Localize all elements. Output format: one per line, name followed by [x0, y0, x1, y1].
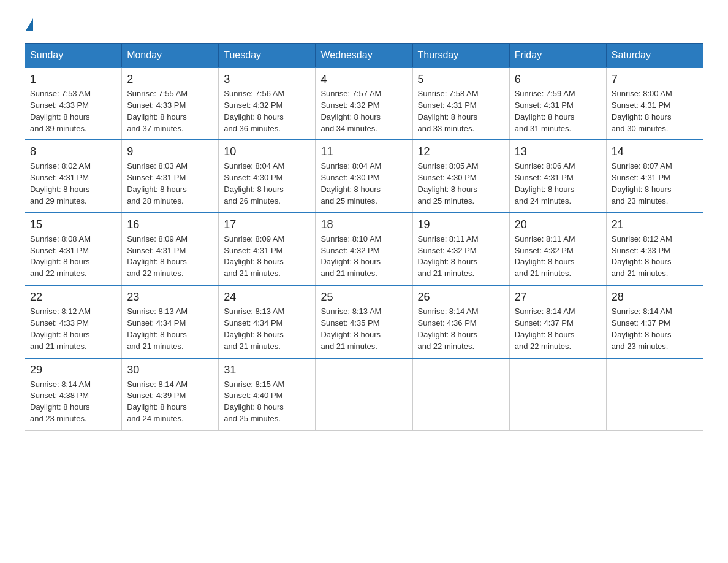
day-info-line: Sunrise: 8:12 AM: [30, 306, 116, 318]
day-number: 1: [30, 73, 116, 86]
day-info-line: Sunset: 4:31 PM: [127, 245, 213, 257]
calendar-cell: 16Sunrise: 8:09 AMSunset: 4:31 PMDayligh…: [122, 213, 219, 285]
days-of-week-row: SundayMondayTuesdayWednesdayThursdayFrid…: [25, 44, 703, 68]
day-number: 26: [418, 291, 504, 304]
day-info-line: and 25 minutes.: [418, 196, 504, 207]
day-info: Sunrise: 8:07 AMSunset: 4:31 PMDaylight:…: [612, 161, 698, 207]
day-header-saturday: Saturday: [606, 44, 703, 68]
day-info-line: Sunrise: 8:09 AM: [224, 234, 310, 245]
calendar-cell: 1Sunrise: 7:53 AMSunset: 4:33 PMDaylight…: [25, 67, 122, 140]
day-number: 15: [30, 218, 116, 231]
day-info: Sunrise: 8:05 AMSunset: 4:30 PMDaylight:…: [418, 161, 504, 207]
day-info-line: Sunset: 4:32 PM: [224, 100, 310, 112]
day-info-line: and 23 minutes.: [30, 413, 116, 425]
day-info-line: Sunset: 4:33 PM: [30, 100, 116, 112]
day-info: Sunrise: 7:59 AMSunset: 4:31 PMDaylight:…: [515, 88, 601, 134]
day-number: 12: [418, 145, 504, 158]
calendar-cell: 21Sunrise: 8:12 AMSunset: 4:33 PMDayligh…: [606, 213, 703, 285]
day-info-line: and 22 minutes.: [30, 268, 116, 280]
day-info-line: Sunset: 4:37 PM: [612, 318, 698, 329]
day-info-line: Daylight: 8 hours: [127, 112, 213, 123]
day-info-line: and 28 minutes.: [127, 196, 213, 207]
calendar-cell: 20Sunrise: 8:11 AMSunset: 4:32 PMDayligh…: [509, 213, 606, 285]
day-info-line: and 21 minutes.: [224, 268, 310, 280]
day-info-line: Sunrise: 7:56 AM: [224, 88, 310, 100]
week-row-4: 22Sunrise: 8:12 AMSunset: 4:33 PMDayligh…: [25, 285, 703, 358]
day-info: Sunrise: 8:14 AMSunset: 4:36 PMDaylight:…: [418, 306, 504, 352]
day-number: 21: [612, 218, 698, 231]
day-info-line: Daylight: 8 hours: [320, 329, 407, 341]
day-info: Sunrise: 8:12 AMSunset: 4:33 PMDaylight:…: [30, 306, 116, 352]
day-info-line: and 36 minutes.: [224, 123, 310, 135]
day-info: Sunrise: 8:14 AMSunset: 4:38 PMDaylight:…: [30, 379, 116, 425]
day-info: Sunrise: 8:13 AMSunset: 4:34 PMDaylight:…: [224, 306, 310, 352]
day-header-thursday: Thursday: [412, 44, 509, 68]
day-info-line: and 37 minutes.: [127, 123, 213, 135]
day-number: 20: [515, 218, 601, 231]
calendar-cell: 11Sunrise: 8:04 AMSunset: 4:30 PMDayligh…: [316, 140, 412, 212]
day-info-line: Sunrise: 7:59 AM: [515, 88, 601, 100]
day-info-line: and 22 minutes.: [127, 268, 213, 280]
day-info-line: Sunrise: 8:05 AM: [418, 161, 504, 172]
day-info: Sunrise: 7:56 AMSunset: 4:32 PMDaylight:…: [224, 88, 310, 134]
logo-triangle-icon: [26, 18, 33, 31]
day-info-line: Sunrise: 8:02 AM: [30, 161, 116, 172]
day-info-line: Sunrise: 8:14 AM: [515, 306, 601, 318]
day-number: 11: [320, 145, 407, 158]
day-info-line: Sunrise: 8:13 AM: [320, 306, 407, 318]
day-number: 5: [418, 73, 504, 86]
day-info: Sunrise: 8:06 AMSunset: 4:31 PMDaylight:…: [515, 161, 601, 207]
day-info-line: and 22 minutes.: [515, 341, 601, 353]
day-info: Sunrise: 8:14 AMSunset: 4:39 PMDaylight:…: [127, 379, 213, 425]
day-number: 25: [320, 291, 407, 304]
day-number: 24: [224, 291, 310, 304]
week-row-5: 29Sunrise: 8:14 AMSunset: 4:38 PMDayligh…: [25, 358, 703, 431]
day-info-line: Daylight: 8 hours: [30, 112, 116, 123]
day-info-line: Sunset: 4:36 PM: [418, 318, 504, 329]
day-info: Sunrise: 8:11 AMSunset: 4:32 PMDaylight:…: [515, 234, 601, 280]
day-info: Sunrise: 8:04 AMSunset: 4:30 PMDaylight:…: [224, 161, 310, 207]
day-number: 3: [224, 73, 310, 86]
day-info: Sunrise: 8:13 AMSunset: 4:34 PMDaylight:…: [127, 306, 213, 352]
day-info-line: Daylight: 8 hours: [320, 184, 407, 196]
day-info-line: Sunset: 4:30 PM: [320, 172, 407, 184]
day-number: 16: [127, 218, 213, 231]
day-info: Sunrise: 8:03 AMSunset: 4:31 PMDaylight:…: [127, 161, 213, 207]
day-info-line: Sunrise: 8:14 AM: [418, 306, 504, 318]
week-row-1: 1Sunrise: 7:53 AMSunset: 4:33 PMDaylight…: [25, 67, 703, 140]
day-info-line: Daylight: 8 hours: [320, 112, 407, 123]
day-info-line: Sunrise: 8:00 AM: [612, 88, 698, 100]
day-info-line: Sunrise: 8:12 AM: [612, 234, 698, 245]
day-info-line: Daylight: 8 hours: [224, 256, 310, 268]
calendar-cell: [606, 358, 703, 431]
day-info-line: and 23 minutes.: [612, 341, 698, 353]
day-info-line: and 23 minutes.: [612, 196, 698, 207]
day-info-line: Daylight: 8 hours: [320, 256, 407, 268]
day-info-line: Sunrise: 8:06 AM: [515, 161, 601, 172]
day-info-line: Sunset: 4:31 PM: [127, 172, 213, 184]
day-info-line: Sunrise: 8:14 AM: [612, 306, 698, 318]
day-info-line: Sunset: 4:32 PM: [320, 245, 407, 257]
day-info-line: Daylight: 8 hours: [515, 256, 601, 268]
day-info-line: Daylight: 8 hours: [418, 184, 504, 196]
day-info-line: Sunrise: 8:14 AM: [30, 379, 116, 391]
calendar-cell: 22Sunrise: 8:12 AMSunset: 4:33 PMDayligh…: [25, 285, 122, 358]
calendar-cell: 23Sunrise: 8:13 AMSunset: 4:34 PMDayligh…: [122, 285, 219, 358]
calendar-cell: [509, 358, 606, 431]
day-info-line: and 21 minutes.: [515, 268, 601, 280]
day-info-line: Sunset: 4:31 PM: [30, 172, 116, 184]
day-info-line: and 21 minutes.: [418, 268, 504, 280]
calendar-cell: 3Sunrise: 7:56 AMSunset: 4:32 PMDaylight…: [219, 67, 316, 140]
day-info: Sunrise: 7:58 AMSunset: 4:31 PMDaylight:…: [418, 88, 504, 134]
day-number: 30: [127, 364, 213, 377]
calendar-cell: 6Sunrise: 7:59 AMSunset: 4:31 PMDaylight…: [509, 67, 606, 140]
day-info-line: Daylight: 8 hours: [30, 184, 116, 196]
calendar-cell: 27Sunrise: 8:14 AMSunset: 4:37 PMDayligh…: [509, 285, 606, 358]
calendar-cell: 14Sunrise: 8:07 AMSunset: 4:31 PMDayligh…: [606, 140, 703, 212]
day-header-tuesday: Tuesday: [219, 44, 316, 68]
logo: [25, 18, 34, 31]
day-info-line: and 26 minutes.: [224, 196, 310, 207]
day-info-line: Sunset: 4:33 PM: [30, 318, 116, 329]
day-info-line: Sunset: 4:32 PM: [515, 245, 601, 257]
day-info: Sunrise: 8:14 AMSunset: 4:37 PMDaylight:…: [515, 306, 601, 352]
